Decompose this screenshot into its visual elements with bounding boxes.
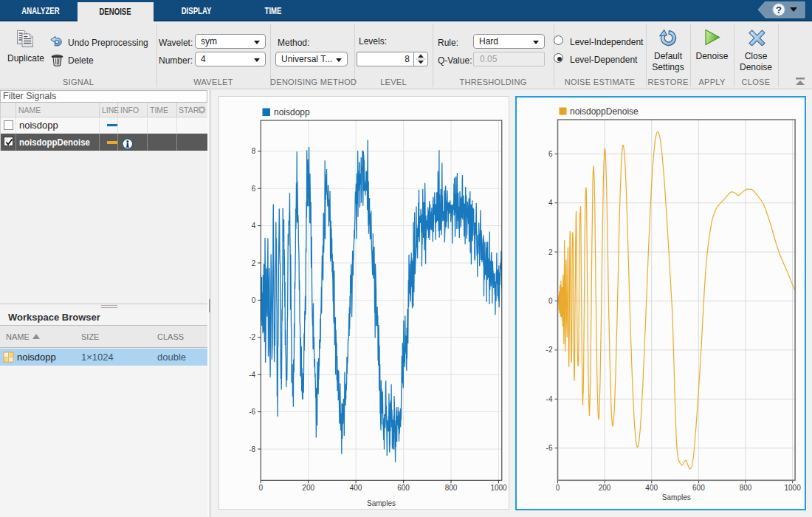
svg-text:?: ? <box>776 4 782 16</box>
svg-text:200: 200 <box>599 484 611 492</box>
svg-text:800: 800 <box>445 484 458 492</box>
svg-text:4: 4 <box>252 222 256 230</box>
svg-text:6: 6 <box>548 150 553 158</box>
svg-text:Samples: Samples <box>662 493 691 501</box>
svg-text:noisdopp: noisdopp <box>274 107 310 117</box>
svg-text:-6: -6 <box>546 444 553 452</box>
svg-text:400: 400 <box>350 484 362 492</box>
svg-text:600: 600 <box>397 484 410 492</box>
svg-text:0: 0 <box>258 484 263 492</box>
svg-text:8: 8 <box>252 147 256 155</box>
svg-text:0: 0 <box>548 297 553 305</box>
svg-text:2: 2 <box>252 259 256 267</box>
svg-text:1000: 1000 <box>784 484 801 492</box>
svg-text:-6: -6 <box>249 408 255 416</box>
svg-text:2: 2 <box>548 248 553 256</box>
svg-text:-2: -2 <box>546 346 553 354</box>
svg-text:0: 0 <box>556 484 560 492</box>
svg-text:1000: 1000 <box>490 484 507 492</box>
svg-text:800: 800 <box>740 484 752 492</box>
svg-text:-8: -8 <box>249 445 255 453</box>
svg-text:0: 0 <box>252 296 256 304</box>
svg-text:-4: -4 <box>249 371 255 379</box>
svg-text:600: 600 <box>692 484 705 492</box>
svg-text:-2: -2 <box>249 333 255 341</box>
svg-text:200: 200 <box>302 484 314 492</box>
svg-text:-4: -4 <box>546 395 553 403</box>
svg-text:400: 400 <box>645 484 658 492</box>
svg-text:Samples: Samples <box>367 499 396 507</box>
svg-text:4: 4 <box>548 199 553 207</box>
svg-text:noisdoppDenoise: noisdoppDenoise <box>570 106 639 117</box>
svg-text:6: 6 <box>252 185 256 193</box>
